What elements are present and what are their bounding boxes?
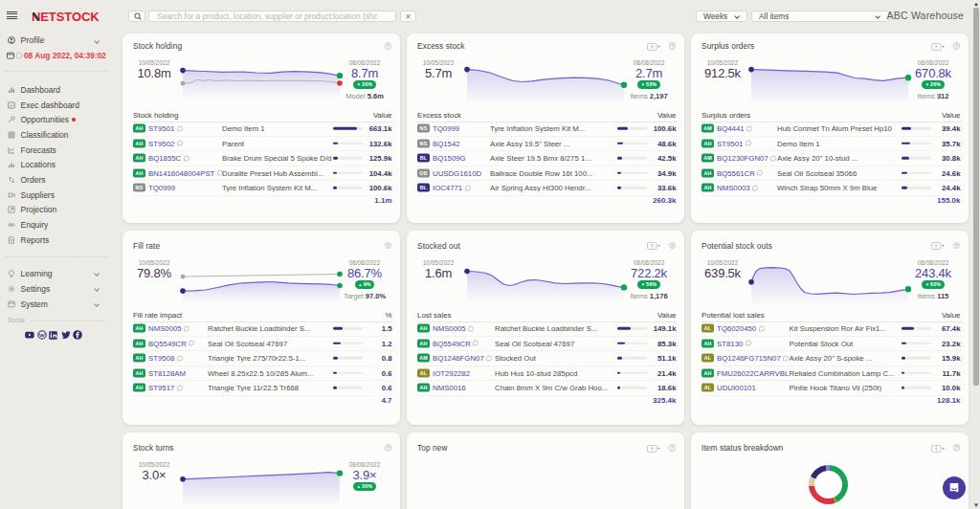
svg-text:NETSTOCK: NETSTOCK bbox=[32, 11, 100, 23]
